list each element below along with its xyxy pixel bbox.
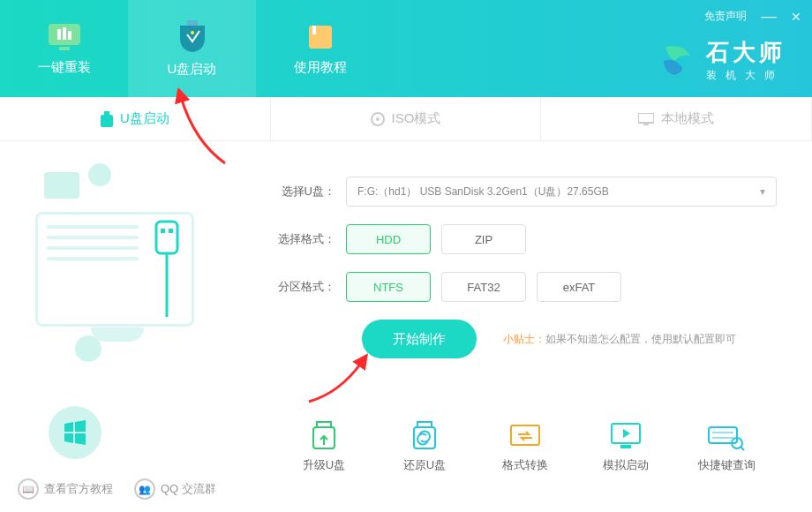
restore-usb-icon	[407, 420, 442, 452]
nav-tab-reinstall[interactable]: 一键重装	[0, 0, 128, 97]
usb-icon	[101, 111, 113, 127]
subtab-label: ISO模式	[392, 110, 441, 127]
partition-option-exfat[interactable]: exFAT	[537, 272, 621, 302]
tool-label: 快捷键查询	[698, 457, 756, 473]
format-option-zip[interactable]: ZIP	[441, 224, 526, 254]
windows-icon	[63, 420, 87, 445]
tool-format-convert[interactable]: 格式转换	[481, 420, 569, 473]
brand-subtitle: 装机大师	[706, 68, 786, 83]
start-button[interactable]: 开始制作	[362, 320, 477, 358]
brand: 石大师 装机大师	[657, 37, 786, 83]
shortcut-lookup-icon	[707, 420, 746, 452]
tool-simulate-boot[interactable]: 模拟启动	[582, 420, 670, 473]
book-icon	[305, 22, 335, 52]
nav-tabs: 一键重装 U盘启动 使用教程	[0, 0, 384, 97]
svg-point-12	[376, 117, 380, 121]
deco-gear	[75, 335, 102, 362]
chevron-down-icon: ▾	[760, 185, 765, 198]
subtab-local[interactable]: 本地模式	[541, 97, 812, 140]
usb-select-label: 选择U盘：	[274, 184, 335, 200]
minimize-icon[interactable]: —	[761, 7, 777, 26]
tool-label: 还原U盘	[403, 457, 446, 473]
partition-label: 分区格式：	[274, 279, 335, 295]
tip-text: 小贴士：如果不知道怎么配置，使用默认配置即可	[503, 332, 736, 347]
format-convert-icon	[508, 420, 543, 452]
disclaimer-link[interactable]: 免责声明	[704, 9, 747, 24]
qq-icon: 👥	[134, 478, 155, 500]
svg-rect-7	[309, 26, 332, 49]
nav-label: 一键重装	[38, 59, 91, 76]
svg-rect-5	[187, 20, 198, 26]
svg-rect-17	[169, 229, 173, 233]
footer: 📖 查看官方教程 👥 QQ 交流群	[18, 478, 216, 500]
svg-line-29	[741, 447, 744, 450]
usb-select-value: F:G:（hd1） USB SanDisk 3.2Gen1（U盘）27.65GB	[357, 184, 609, 200]
footer-label: QQ 交流群	[161, 481, 216, 497]
nav-label: 使用教程	[294, 59, 347, 76]
deco-folder	[44, 172, 79, 199]
svg-rect-8	[312, 26, 316, 34]
tip-label: 小贴士：	[503, 333, 545, 345]
svg-rect-16	[161, 229, 165, 233]
illustration	[0, 141, 265, 468]
deco-monitor	[35, 212, 194, 327]
format-option-hdd[interactable]: HDD	[346, 224, 431, 254]
deco-usb	[147, 220, 186, 317]
svg-point-6	[191, 31, 194, 34]
subtabs: U盘启动 ISO模式 本地模式	[0, 97, 812, 141]
book-icon: 📖	[18, 478, 39, 500]
subtab-label: 本地模式	[661, 110, 714, 127]
format-label: 选择格式：	[274, 231, 335, 247]
usb-select[interactable]: F:G:（hd1） USB SanDisk 3.2Gen1（U盘）27.65GB…	[346, 177, 777, 207]
subtab-iso[interactable]: ISO模式	[271, 97, 542, 140]
partition-option-fat32[interactable]: FAT32	[441, 272, 526, 302]
svg-rect-1	[59, 47, 70, 50]
tool-label: 模拟启动	[603, 457, 649, 473]
svg-rect-4	[68, 31, 71, 40]
tool-shortcut-lookup[interactable]: 快捷键查询	[682, 420, 771, 473]
nav-tab-usb[interactable]: U盘启动	[128, 0, 256, 97]
iso-icon	[371, 112, 385, 126]
header: 免责声明 — ✕ 一键重装 U盘启动 使用教程 石大师 装机大师	[0, 0, 812, 97]
close-icon[interactable]: ✕	[791, 10, 801, 24]
nav-label: U盘启动	[168, 61, 217, 78]
partition-option-ntfs[interactable]: NTFS	[346, 272, 431, 302]
svg-rect-24	[620, 445, 631, 448]
svg-rect-14	[643, 124, 649, 125]
simulate-boot-icon	[608, 420, 643, 452]
local-icon	[638, 113, 654, 125]
subtab-label: U盘启动	[120, 110, 169, 127]
svg-rect-2	[57, 29, 61, 40]
windows-badge	[49, 406, 102, 459]
tool-label: 升级U盘	[303, 457, 345, 473]
tool-label: 格式转换	[502, 457, 548, 473]
tool-upgrade-usb[interactable]: 升级U盘	[280, 420, 368, 473]
upgrade-usb-icon	[306, 420, 342, 452]
nav-tab-tutorial[interactable]: 使用教程	[256, 0, 384, 97]
svg-rect-15	[156, 222, 177, 253]
toolbar: 升级U盘 还原U盘 格式转换 模拟启动 快捷键查询	[274, 420, 777, 473]
monitor-icon	[47, 22, 82, 52]
brand-title: 石大师	[706, 37, 786, 68]
usb-shield-icon	[177, 20, 208, 54]
deco-circle	[88, 163, 111, 186]
titlebar: 免责声明 — ✕	[704, 7, 801, 26]
footer-tutorial-button[interactable]: 📖 查看官方教程	[18, 478, 113, 500]
subtab-usb[interactable]: U盘启动	[0, 97, 271, 140]
form-area: 选择U盘： F:G:（hd1） USB SanDisk 3.2Gen1（U盘）2…	[265, 141, 812, 468]
svg-rect-10	[101, 115, 113, 127]
content: 选择U盘： F:G:（hd1） USB SanDisk 3.2Gen1（U盘）2…	[0, 141, 812, 468]
brand-logo-icon	[657, 40, 697, 80]
tool-restore-usb[interactable]: 还原U盘	[380, 420, 469, 473]
svg-rect-3	[63, 27, 66, 40]
svg-rect-9	[104, 111, 109, 115]
svg-rect-13	[638, 113, 654, 123]
footer-label: 查看官方教程	[44, 481, 113, 497]
footer-qq-button[interactable]: 👥 QQ 交流群	[134, 478, 216, 500]
